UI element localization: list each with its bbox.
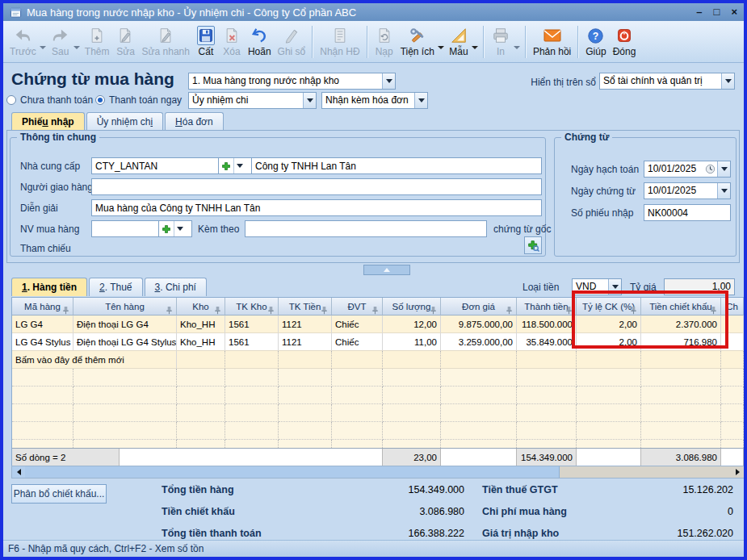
posting-date-picker[interactable]: 10/01/2025 bbox=[644, 161, 731, 178]
add-plus-icon[interactable] bbox=[159, 221, 174, 236]
grid-cell[interactable]: Điện thoại LG G4 Stylus bbox=[73, 333, 177, 351]
feedback-button[interactable]: Phản hồi bbox=[530, 24, 574, 59]
grid-header-8[interactable]: Đơn giá bbox=[441, 298, 517, 316]
grid-cell[interactable]: 12,00 bbox=[383, 316, 441, 333]
buyer-input[interactable] bbox=[91, 220, 159, 237]
tab-thue[interactable]: 2. Thuế bbox=[89, 278, 143, 296]
description-input[interactable] bbox=[91, 199, 542, 216]
exchange-rate-field[interactable]: 1,00 bbox=[664, 278, 735, 295]
grid-cell[interactable]: 11,00 bbox=[383, 333, 441, 351]
template-dropdown-caret[interactable] bbox=[472, 46, 478, 49]
grid-cell[interactable]: Kho_HH bbox=[177, 316, 225, 333]
grid-header-5[interactable]: TK Tiền bbox=[279, 298, 332, 316]
post-ledger-button[interactable]: Ghi sổ bbox=[275, 24, 309, 59]
add-button[interactable]: Thêm bbox=[82, 24, 113, 59]
template-button[interactable]: Mẫu bbox=[446, 24, 472, 59]
invoice-option-combobox[interactable]: Nhận kèm hóa đơn bbox=[321, 92, 428, 109]
doc-type-combobox[interactable]: 1. Mua hàng trong nước nhập kho bbox=[188, 73, 396, 90]
grid-cell[interactable]: Điện thoại LG G4 bbox=[73, 316, 177, 333]
tab-phieu-nhap[interactable]: Phiếu nhập bbox=[11, 112, 85, 131]
chevron-down-icon[interactable] bbox=[303, 93, 316, 108]
supplier-picker[interactable] bbox=[218, 157, 252, 174]
tab-chi-phi[interactable]: 3. Chi phí bbox=[145, 278, 207, 296]
grid-cell[interactable]: LG G4 bbox=[12, 316, 73, 333]
attach-input[interactable] bbox=[245, 220, 487, 237]
chevron-down-icon[interactable] bbox=[382, 73, 395, 89]
minimize-icon[interactable]: – bbox=[696, 4, 702, 20]
grid-cell[interactable]: 1561 bbox=[225, 333, 279, 351]
close-form-button[interactable]: Đóng bbox=[610, 24, 640, 59]
grid-cell[interactable] bbox=[721, 316, 744, 333]
edit-button[interactable]: Sửa bbox=[112, 24, 138, 59]
grid-cell[interactable]: 35.849.000 bbox=[517, 333, 577, 351]
scroll-left-icon[interactable] bbox=[12, 466, 25, 478]
payment-method-combobox[interactable]: Ủy nhiệm chi bbox=[188, 92, 317, 109]
chevron-down-icon[interactable] bbox=[233, 158, 246, 173]
deliverer-input[interactable] bbox=[91, 178, 542, 195]
grid-cell[interactable]: 1561 bbox=[225, 316, 279, 333]
chevron-down-icon[interactable] bbox=[414, 93, 427, 108]
receive-invoice-button[interactable]: Nhận HĐ bbox=[317, 24, 363, 59]
help-button[interactable]: ? Giúp bbox=[582, 24, 609, 59]
maximize-icon[interactable]: □ bbox=[714, 4, 720, 20]
supplier-code-input[interactable] bbox=[91, 157, 219, 174]
grid-header-12[interactable]: Ch bbox=[721, 298, 744, 316]
chevron-down-icon[interactable] bbox=[717, 183, 730, 199]
grid-header-3[interactable]: Kho bbox=[177, 298, 225, 316]
add-new-hint[interactable]: Bấm vào đây để thêm mới bbox=[12, 351, 177, 369]
grid-header-2[interactable]: Tên hàng bbox=[73, 298, 177, 316]
grid-header-1[interactable]: Mã hàng bbox=[12, 298, 73, 316]
horizontal-scrollbar[interactable] bbox=[11, 466, 745, 479]
supplier-name-input[interactable] bbox=[251, 157, 542, 174]
back-button[interactable]: Trước bbox=[6, 24, 40, 59]
grid-header-6[interactable]: ĐVT bbox=[332, 298, 383, 316]
add-plus-icon[interactable] bbox=[219, 158, 233, 173]
forward-dropdown-caret[interactable] bbox=[73, 46, 80, 49]
chevron-down-icon[interactable] bbox=[174, 221, 186, 236]
back-dropdown-caret[interactable] bbox=[40, 46, 46, 49]
reload-button[interactable]: Nạp bbox=[371, 24, 397, 59]
grid-header-10[interactable]: Tỷ lệ CK (%) bbox=[577, 298, 641, 316]
scroll-right-icon[interactable] bbox=[731, 466, 744, 478]
scrollbar-thumb[interactable] bbox=[25, 466, 560, 478]
titlebar[interactable]: Mua hàng trong nước nhập kho - Ủy nhiệm … bbox=[3, 3, 744, 21]
forward-button[interactable]: Sau bbox=[48, 24, 73, 59]
grid-cell[interactable] bbox=[721, 333, 744, 351]
grid-header-11[interactable]: Tiền chiết khấu bbox=[641, 298, 721, 316]
radio-unpaid[interactable]: Chưa thanh toán bbox=[6, 94, 93, 106]
grid-cell[interactable]: LG G4 Stylus bbox=[12, 333, 73, 351]
currency-combobox[interactable]: VND bbox=[572, 278, 622, 295]
grid-cell[interactable]: 3.259.000,00 bbox=[441, 333, 517, 351]
delete-button[interactable]: Xóa bbox=[219, 24, 245, 59]
tab-hoa-don[interactable]: Hóa đơn bbox=[165, 112, 224, 131]
doc-date-picker[interactable]: 10/01/2025 bbox=[644, 182, 731, 199]
grid-cell[interactable]: 9.875.000,00 bbox=[441, 316, 517, 333]
save-button[interactable]: Cất bbox=[193, 24, 219, 59]
chevron-down-icon[interactable] bbox=[608, 279, 621, 295]
grid-cell[interactable]: 2.370.000 bbox=[641, 316, 721, 333]
grid-cell[interactable]: 716.980 bbox=[641, 333, 721, 351]
allocate-discount-button[interactable]: Phân bổ chiết khấu... bbox=[11, 484, 107, 504]
chevron-down-icon[interactable] bbox=[717, 161, 730, 177]
close-icon[interactable]: × bbox=[731, 4, 737, 20]
chevron-down-icon[interactable] bbox=[721, 73, 734, 89]
grid-cell[interactable]: Chiếc bbox=[332, 333, 383, 351]
grid-cell[interactable]: 118.500.000 bbox=[517, 316, 577, 333]
grid-cell[interactable]: Chiếc bbox=[332, 316, 383, 333]
display-on-book-combobox[interactable]: Sổ tài chính và quản trị bbox=[599, 73, 735, 90]
grid-header-9[interactable]: Thành tiền bbox=[517, 298, 577, 316]
utilities-button[interactable]: Tiện ích bbox=[397, 24, 438, 59]
print-dropdown-caret[interactable] bbox=[514, 46, 520, 49]
grid-cell[interactable]: 2,00 bbox=[577, 316, 641, 333]
buyer-picker[interactable] bbox=[158, 220, 192, 237]
grid-cell[interactable]: Kho_HH bbox=[177, 333, 225, 351]
print-button[interactable]: In bbox=[488, 24, 514, 59]
receipt-no-input[interactable] bbox=[644, 204, 731, 221]
radio-pay-now[interactable]: Thanh toán ngay bbox=[95, 94, 182, 106]
grid-cell[interactable]: 1121 bbox=[279, 316, 332, 333]
splitter-collapse-button[interactable] bbox=[363, 265, 410, 275]
clock-icon[interactable] bbox=[703, 161, 717, 177]
tab-hang-tien[interactable]: 1. Hàng tiền bbox=[11, 278, 87, 296]
quick-edit-button[interactable]: Sửa nhanh bbox=[138, 24, 192, 59]
grid-cell[interactable]: 1121 bbox=[279, 333, 332, 351]
